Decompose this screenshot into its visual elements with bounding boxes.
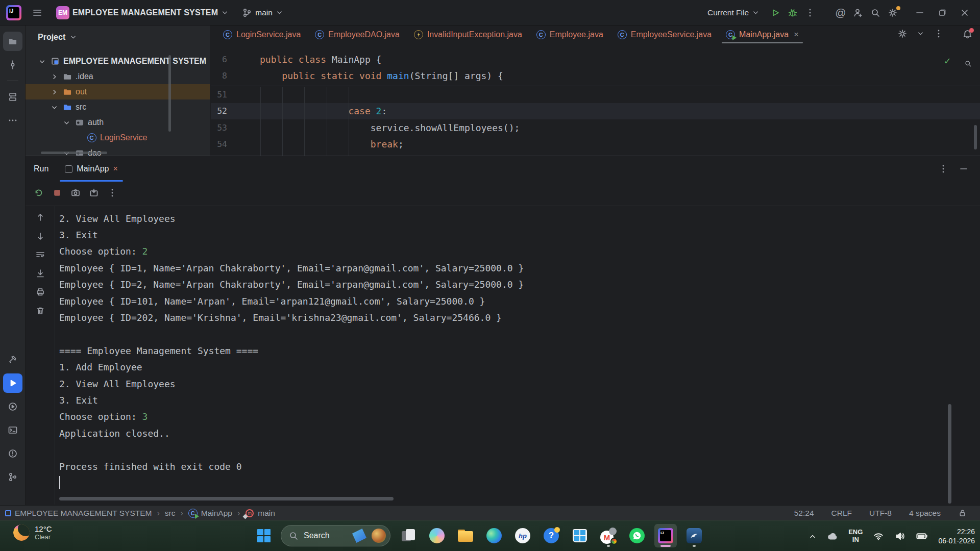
hide-panel-icon[interactable] (959, 164, 969, 174)
rerun-button[interactable] (34, 188, 44, 200)
more-tools-button[interactable] (3, 111, 22, 130)
printer-button[interactable] (35, 287, 45, 299)
arrow-up-button[interactable] (35, 212, 45, 224)
chevron-right-icon[interactable] (50, 72, 59, 81)
build-tool-button[interactable] (3, 350, 22, 369)
debug-button[interactable] (784, 4, 801, 21)
close-button[interactable] (953, 0, 976, 26)
tab-list-button[interactable] (917, 30, 924, 39)
run-tool-button[interactable] (3, 373, 22, 393)
maximize-button[interactable] (931, 0, 953, 26)
main-menu-button[interactable] (29, 4, 46, 21)
code-with-me-button[interactable] (849, 4, 867, 21)
tab-mainapp-java[interactable]: CMainApp.java× (719, 26, 806, 43)
tab-invalidinputexception-java[interactable]: InvalidInputException.java (407, 26, 529, 43)
breadcrumb-main[interactable]: mmain (245, 509, 275, 518)
settings-button[interactable] (884, 4, 901, 21)
code-line-6[interactable]: 6public class MainApp { (211, 51, 980, 68)
language-switcher[interactable]: ENGIN (848, 529, 863, 544)
notifications-button[interactable] (962, 29, 973, 40)
commit-tool-button[interactable] (3, 55, 22, 74)
chevron-down-icon[interactable] (69, 33, 77, 41)
search-everywhere-button[interactable] (867, 4, 884, 21)
onedrive-icon[interactable] (827, 531, 838, 542)
mysql-workbench-taskbar-button[interactable] (683, 524, 705, 547)
scroll-to-end-button[interactable] (35, 268, 45, 281)
chevron-down-icon[interactable] (50, 103, 59, 112)
run-button[interactable] (767, 4, 784, 21)
close-tab-icon[interactable]: × (794, 30, 799, 40)
breadcrumb-mainapp[interactable]: CMainApp (188, 509, 232, 518)
line-ending[interactable]: CRLF (831, 509, 852, 518)
tab-loginservice-java[interactable]: CLoginService.java (216, 26, 308, 43)
breadcrumb-employee-management-system[interactable]: EMPLOYEE MANAGEMENT SYSTEM (5, 509, 152, 518)
file-encoding[interactable]: UTF-8 (869, 509, 892, 518)
trash-button[interactable] (35, 306, 45, 318)
inspection-widget-icon[interactable] (964, 60, 972, 67)
open-in-button[interactable] (89, 188, 99, 200)
hp-taskbar-button[interactable]: hp (511, 524, 534, 547)
console-output[interactable]: 2. View All Employees3. ExitChoose optio… (59, 206, 944, 491)
tab-more-button[interactable] (934, 29, 944, 41)
file-explorer-taskbar-button[interactable] (454, 524, 477, 547)
more-actions-button[interactable] (801, 4, 819, 21)
intellij-idea-taskbar-button[interactable]: IJ (654, 524, 677, 547)
breadcrumb-src[interactable]: src (165, 509, 176, 518)
problems-tool-button[interactable] (3, 444, 22, 463)
tree-item-auth[interactable]: auth (26, 115, 210, 130)
git-tool-button[interactable] (3, 467, 22, 487)
run-configuration-selector[interactable]: Current File (707, 8, 760, 17)
inspections-ok-icon[interactable]: ✓ (944, 55, 950, 67)
battery-icon[interactable] (916, 530, 928, 542)
project-horizontal-scrollbar[interactable] (41, 152, 107, 154)
tree-item-dao[interactable]: dao (26, 145, 210, 156)
tab-employeedao-java[interactable]: CEmployeeDAO.java (308, 26, 407, 43)
taskbar-search[interactable]: Search (281, 525, 390, 546)
lock-open-icon[interactable] (958, 509, 967, 517)
chevron-right-icon[interactable] (50, 87, 59, 96)
minimize-button[interactable] (909, 0, 931, 26)
clock[interactable]: 22:2606-01-2026 (938, 527, 975, 545)
help-taskbar-button[interactable]: ? (540, 524, 562, 547)
kebab-button[interactable] (107, 188, 117, 200)
hidden-icons-button[interactable] (808, 532, 817, 540)
code-line-8[interactable]: 8 public static void main(String[] args)… (211, 68, 980, 85)
tab-employeeservice-java[interactable]: CEmployeeService.java (610, 26, 719, 43)
console-vertical-scrollbar[interactable] (948, 404, 951, 504)
project-selector[interactable]: EM EMPLOYEE MANAGEMENT SYSTEM (53, 4, 232, 21)
tree-item-out[interactable]: out (26, 84, 210, 99)
gmail-chrome-profile-taskbar-button[interactable]: M (597, 524, 620, 547)
kebab-icon[interactable] (938, 164, 948, 174)
edge-taskbar-button[interactable] (483, 524, 505, 547)
chevron-down-icon[interactable] (62, 118, 71, 127)
copilot-taskbar-button[interactable] (426, 524, 448, 547)
ai-assistant-button[interactable]: @ (832, 4, 849, 21)
stacked-windows-taskbar-button[interactable] (397, 524, 420, 547)
taskbar-weather-widget[interactable]: 9+ 12°C Clear (13, 524, 52, 541)
microsoft-store-taskbar-button[interactable] (569, 524, 591, 547)
camera-button[interactable] (70, 188, 81, 200)
code-editor[interactable]: 6public class MainApp {8 public static v… (211, 43, 980, 156)
terminal-tool-button[interactable] (3, 420, 22, 440)
indent-setting[interactable]: 4 spaces (909, 509, 941, 518)
tree-item-src[interactable]: src (26, 99, 210, 115)
start-button[interactable] (254, 524, 274, 547)
whatsapp-taskbar-button[interactable] (626, 524, 648, 547)
services-tool-button[interactable] (3, 397, 22, 416)
caret-position[interactable]: 52:24 (794, 509, 814, 518)
wifi-icon[interactable] (873, 531, 884, 542)
tree-item-employee-management-system[interactable]: EMPLOYEE MANAGEMENT SYSTEM (26, 54, 210, 69)
console-horizontal-scrollbar[interactable] (59, 497, 394, 500)
stop-button[interactable] (52, 188, 62, 200)
structure-tool-button[interactable] (3, 87, 22, 107)
chevron-down-icon[interactable] (37, 57, 46, 66)
tab-employee-java[interactable]: CEmployee.java (529, 26, 610, 43)
project-vertical-scrollbar[interactable] (168, 55, 171, 132)
tree-item--idea[interactable]: .idea (26, 69, 210, 84)
arrow-down-button[interactable] (35, 231, 45, 243)
branch-selector[interactable]: main (239, 4, 286, 21)
tab-options-button[interactable] (897, 29, 908, 41)
run-tab-mainapp[interactable]: MainApp × (58, 156, 125, 182)
tree-item-loginservice[interactable]: CLoginService (26, 130, 210, 145)
project-tool-button[interactable] (3, 32, 22, 51)
